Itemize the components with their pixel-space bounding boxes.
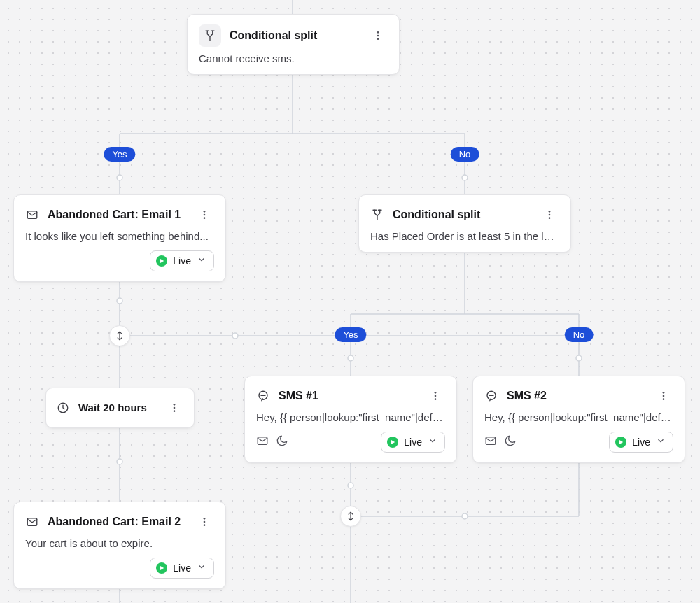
chevron-down-icon [197,255,206,267]
status-selector[interactable]: Live [150,250,214,271]
branch-label-no: No [565,327,594,342]
branch-label-no: No [451,147,479,162]
svg-point-38 [204,521,206,523]
node-title: Conditional split [393,208,480,222]
node-menu-button[interactable] [195,205,214,225]
svg-point-44 [435,392,437,394]
status-selector[interactable]: Live [150,558,214,579]
status-label: Live [173,255,191,267]
node-email-2[interactable]: Abandoned Cart: Email 2 Your cart is abo… [13,502,226,589]
node-sms-2[interactable]: SMS #2 Hey, {{ person|lookup:"first_name… [472,376,685,463]
svg-point-33 [174,404,176,406]
play-icon [156,562,167,574]
status-selector[interactable]: Live [609,432,673,453]
merge-icon [109,325,130,346]
smart-send-icon [256,434,269,450]
svg-point-34 [174,407,176,409]
svg-point-49 [663,392,665,394]
node-wait[interactable]: Wait 20 hours [46,388,195,428]
node-title: Abandoned Cart: Email 2 [48,515,181,530]
node-description: It looks like you left something behind.… [25,230,214,242]
node-title: Conditional split [230,29,317,43]
node-description: Cannot receive sms. [199,52,388,64]
node-menu-button[interactable] [654,386,673,406]
svg-point-51 [663,398,665,400]
merge-icon [340,506,361,527]
node-menu-button[interactable] [164,398,184,418]
svg-point-35 [174,410,176,412]
svg-point-31 [204,217,206,219]
clock-icon [56,401,70,415]
svg-point-45 [435,395,437,397]
status-selector[interactable]: Live [381,432,445,453]
node-title: Wait 20 hours [78,401,147,415]
mail-icon [25,208,39,222]
svg-point-50 [663,395,665,397]
svg-point-40 [549,211,551,213]
chevron-down-icon [197,562,206,574]
svg-point-26 [377,35,379,37]
quiet-hours-icon [276,434,288,450]
split-icon [199,24,221,47]
node-menu-button[interactable] [426,386,445,406]
play-icon [156,255,167,267]
node-menu-button[interactable] [195,512,214,532]
svg-point-25 [377,31,379,34]
sms-icon [256,389,270,403]
smart-send-icon [484,434,497,450]
status-label: Live [173,562,191,574]
chevron-down-icon [656,436,666,448]
node-conditional-split[interactable]: Conditional split Has Placed Order is at… [358,194,571,253]
branch-label-yes: Yes [335,327,366,342]
status-label: Live [632,437,650,448]
play-icon [387,437,398,448]
node-description: Hey, {{ person|lookup:"first_name"|defau… [256,411,445,423]
svg-point-29 [204,211,206,213]
node-menu-button[interactable] [368,26,388,45]
status-label: Live [404,437,422,448]
quiet-hours-icon [504,434,517,450]
svg-point-41 [549,214,551,216]
svg-point-39 [204,524,206,526]
svg-point-27 [377,38,379,40]
play-icon [615,437,626,448]
sms-icon [484,389,498,403]
svg-point-42 [549,217,551,219]
mail-icon [25,515,39,529]
node-sms-1[interactable]: SMS #1 Hey, {{ person|lookup:"first_name… [244,376,457,463]
svg-point-30 [204,214,206,216]
node-description: Your cart is about to expire. [25,537,214,549]
svg-point-46 [435,398,437,400]
node-title: Abandoned Cart: Email 1 [48,208,181,222]
node-description: Hey, {{ person|lookup:"first_name"|defau… [484,411,673,423]
node-email-1[interactable]: Abandoned Cart: Email 1 It looks like yo… [13,194,226,282]
chevron-down-icon [428,436,438,448]
node-description: Has Placed Order is at least 5 in the la… [370,230,559,242]
node-title: SMS #2 [507,389,547,404]
node-conditional-split[interactable]: Conditional split Cannot receive sms. [187,14,400,75]
split-icon [370,208,384,222]
node-menu-button[interactable] [540,205,559,225]
branch-label-yes: Yes [104,147,135,162]
node-title: SMS #1 [279,389,318,404]
svg-point-37 [204,518,206,520]
